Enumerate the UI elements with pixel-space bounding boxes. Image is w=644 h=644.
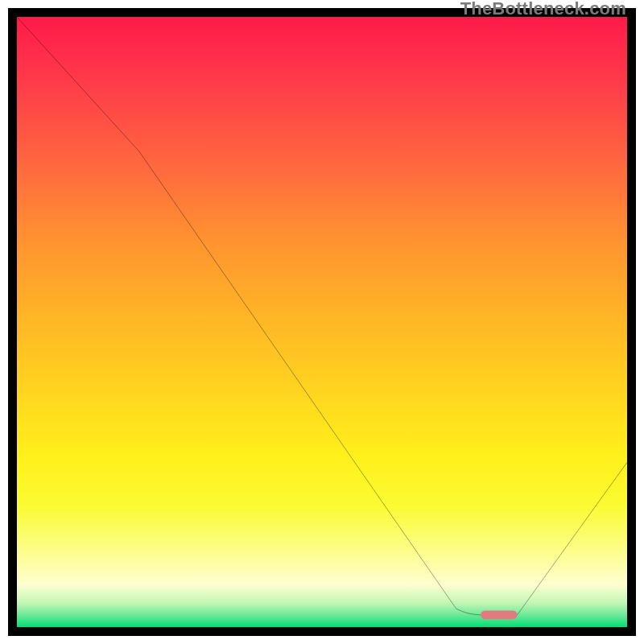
chart-svg [17, 17, 627, 627]
optimum-marker-bar [481, 611, 517, 620]
chart-frame: TheBottleneck.com [0, 0, 644, 644]
plot-area [17, 17, 627, 627]
watermark-text: TheBottleneck.com [460, 0, 626, 19]
bottleneck-curve-line [17, 17, 627, 615]
